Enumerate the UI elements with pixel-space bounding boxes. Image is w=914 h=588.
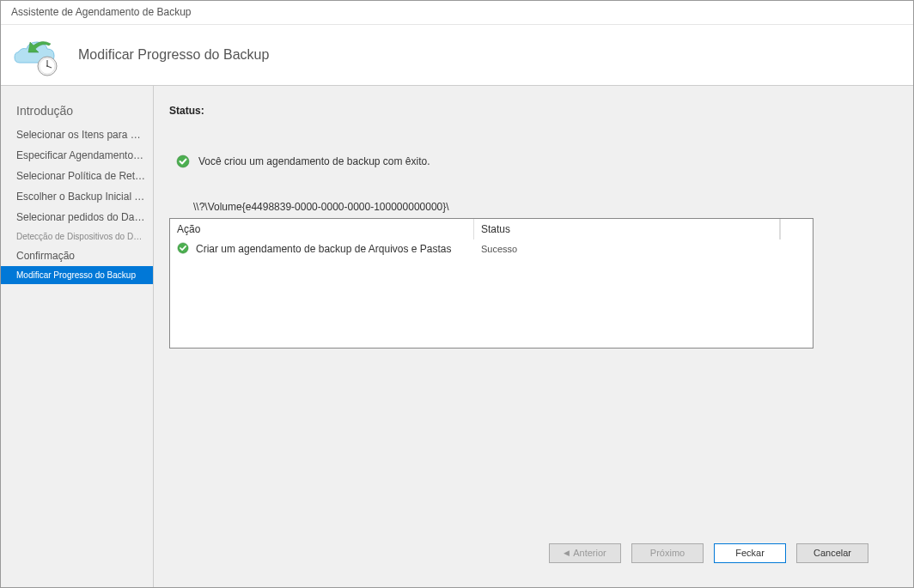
row-success-icon [177, 242, 191, 256]
wizard-body: Introdução Selecionar os Itens para Back… [1, 85, 913, 587]
previous-label: Anterior [573, 548, 606, 558]
window-title: Assistente de Agendamento de Backup [1, 1, 913, 25]
td-action: Criar um agendamento de backup de Arquiv… [170, 240, 474, 258]
table-row: Criar um agendamento de backup de Arquiv… [170, 240, 813, 258]
th-spacer [780, 219, 813, 239]
volume-path: \\?\Volume{e4498839-0000-0000-0000-10000… [193, 201, 893, 213]
success-check-icon [176, 155, 190, 168]
next-label: Próximo [650, 548, 685, 558]
status-row: Você criou um agendamento de backup com … [176, 155, 893, 168]
sidebar-item-confirmation[interactable]: Confirmação [1, 246, 153, 266]
wizard-sidebar: Introdução Selecionar os Itens para Back… [1, 86, 154, 587]
backup-cloud-icon [11, 33, 61, 76]
svg-point-4 [46, 65, 48, 67]
sidebar-item-databox-detection[interactable]: Detecção de Dispositivos do Data Box [1, 227, 153, 246]
status-message: Você criou um agendamento de backup com … [198, 155, 430, 167]
th-action[interactable]: Ação [170, 219, 474, 239]
wizard-footer: ◀ Anterior Próximo Feckar Cancelar [169, 529, 893, 577]
wizard-window: Assistente de Agendamento de Backup Modi… [0, 0, 914, 588]
sidebar-item-initial-backup[interactable]: Escolher o Backup Inicial Ty... [1, 186, 153, 207]
row-action-text: Criar um agendamento de backup de Arquiv… [196, 243, 452, 255]
status-label: Status: [169, 105, 893, 117]
action-table: Ação Status Criar um agendamento de back… [169, 218, 813, 349]
table-header: Ação Status [170, 219, 813, 240]
sidebar-item-retention[interactable]: Selecionar Política de Retenção (F... [1, 166, 153, 186]
close-button[interactable]: Feckar [714, 543, 786, 563]
cancel-label: Cancelar [813, 548, 851, 558]
previous-button[interactable]: ◀ Anterior [549, 543, 621, 563]
close-label: Feckar [735, 548, 765, 558]
wizard-header: Modificar Progresso do Backup [1, 25, 913, 85]
chevron-left-icon: ◀ [564, 549, 570, 557]
sidebar-item-progress[interactable]: Modificar Progresso do Backup [1, 266, 153, 284]
th-status[interactable]: Status [474, 219, 780, 239]
sidebar-item-intro[interactable]: Introdução [1, 100, 153, 124]
wizard-content: Status: Você criou um agendamento de bac… [154, 86, 913, 587]
td-status: Sucesso [474, 242, 813, 256]
cancel-button[interactable]: Cancelar [796, 543, 868, 563]
sidebar-item-schedule[interactable]: Especificar Agendamento de Backup ... [1, 145, 153, 166]
sidebar-item-select-items[interactable]: Selecionar os Itens para Backup [1, 124, 153, 145]
sidebar-item-databox-orders[interactable]: Selecionar pedidos do Data Box [1, 207, 153, 227]
wizard-heading: Modificar Progresso do Backup [78, 47, 269, 63]
next-button[interactable]: Próximo [631, 543, 704, 563]
